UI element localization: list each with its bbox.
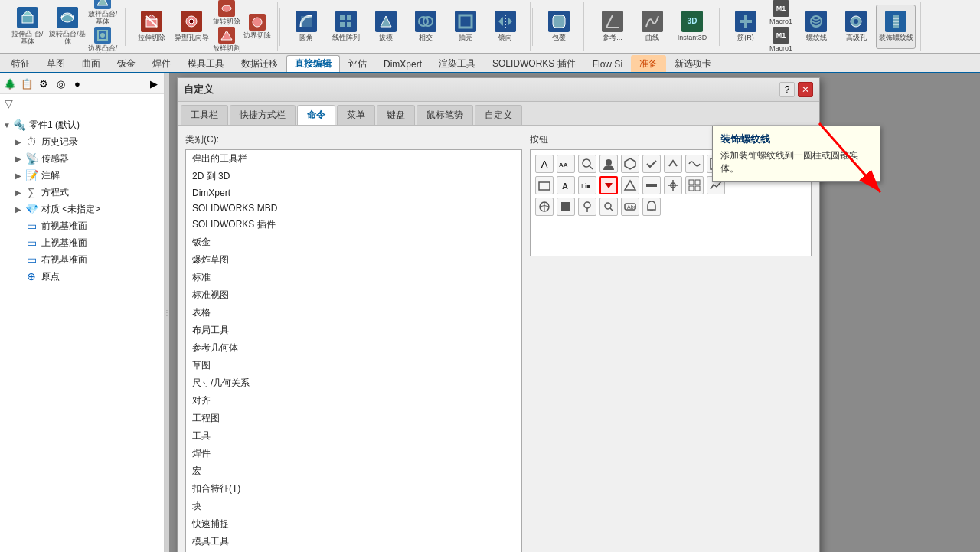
btn-triangle[interactable] xyxy=(621,176,639,194)
category-item-snap[interactable]: 扣合特征(T) xyxy=(186,480,521,498)
tab-evaluate[interactable]: 评估 xyxy=(340,55,375,72)
toolbar-btn-cosmetic-thread[interactable]: 装饰螺纹线 xyxy=(876,5,916,49)
toolbar-btn-pattern[interactable]: 线性阵列 xyxy=(326,5,366,49)
category-item-table[interactable]: 表格 xyxy=(186,304,521,322)
toolbar-btn-fillet[interactable]: 圆角 xyxy=(286,5,326,49)
toolbar-btn-wrap[interactable]: 包覆 xyxy=(539,5,579,49)
toolbar-btn-shell[interactable]: 抽壳 xyxy=(446,5,485,49)
dialog-tab-command[interactable]: 命令 xyxy=(297,105,335,125)
category-item-sheetmetal[interactable]: 钣金 xyxy=(186,234,521,251)
category-item-popup[interactable]: 弹出的工具栏 xyxy=(186,150,521,168)
btn-text-label[interactable]: Abc xyxy=(621,198,639,216)
tree-item-annotations[interactable]: ▶ 📝 注解 xyxy=(0,167,164,184)
tab-flow[interactable]: Flow Si xyxy=(584,55,631,72)
toolbar-btn-boundary-cut[interactable]: 边界切除 xyxy=(242,14,273,40)
sidebar-expand[interactable]: ▶ xyxy=(146,76,162,91)
tab-migration[interactable]: 数据迁移 xyxy=(233,55,286,72)
toolbar-btn-hole[interactable]: 异型孔向导 xyxy=(172,5,211,49)
category-list[interactable]: 弹出的工具栏 2D 到 3D DimXpert SOLIDWORKS MBD S… xyxy=(185,149,522,552)
dialog-help-button[interactable]: ? xyxy=(779,82,795,97)
toolbar-btn-draft[interactable]: 拔模 xyxy=(366,5,406,49)
tab-direct-edit[interactable]: 直接编辑 xyxy=(286,55,340,72)
category-item-quick-capture[interactable]: 快速捕捉 xyxy=(186,515,521,533)
category-item-mold-tools[interactable]: 模具工具 xyxy=(186,533,521,550)
tab-surface[interactable]: 曲面 xyxy=(74,55,109,72)
category-item-align[interactable]: 对齐 xyxy=(186,392,521,410)
tab-dimxpert[interactable]: DimXpert xyxy=(375,55,430,72)
btn-minus[interactable] xyxy=(642,176,661,194)
tab-new[interactable]: 新选项卡 xyxy=(666,55,720,72)
category-item-block[interactable]: 块 xyxy=(186,498,521,515)
tree-item-material[interactable]: ▶ 💎 材质 <未指定> xyxy=(0,201,164,217)
category-item-2d3d[interactable]: 2D 到 3D xyxy=(186,168,521,185)
category-item-mbd[interactable]: SOLIDWORKS MBD xyxy=(186,201,521,216)
btn-square[interactable] xyxy=(557,198,575,216)
tree-item-equation[interactable]: ▶ ∑ 方程式 xyxy=(0,184,164,201)
dialog-tab-shortcut[interactable]: 快捷方式栏 xyxy=(230,105,296,125)
category-item-standard-view[interactable]: 标准视图 xyxy=(186,286,521,304)
sidebar-icon-dim[interactable]: ◎ xyxy=(53,76,68,91)
toolbar-btn-loft-cut[interactable]: 放样切割 xyxy=(211,27,242,53)
btn-li[interactable]: Li■ xyxy=(578,176,596,194)
tree-item-origin[interactable]: ⊕ 原点 xyxy=(0,268,164,285)
tab-weldment[interactable]: 焊件 xyxy=(144,55,179,72)
tab-render[interactable]: 渲染工具 xyxy=(430,55,484,72)
category-item-standard[interactable]: 标准 xyxy=(186,269,521,286)
category-item-macro[interactable]: 宏 xyxy=(186,462,521,480)
category-item-ref-geom[interactable]: 参考几何体 xyxy=(186,339,521,357)
tab-sheetmetal[interactable]: 钣金 xyxy=(109,55,144,72)
toolbar-btn-intersect[interactable]: 相交 xyxy=(406,5,446,49)
toolbar-btn-thread[interactable]: 螺纹线 xyxy=(796,5,836,49)
tree-item-top-plane[interactable]: ▭ 上视基准面 xyxy=(0,234,164,251)
btn-text-aa[interactable]: AA xyxy=(557,155,575,173)
toolbar-btn-mirror[interactable]: 镜向 xyxy=(485,5,525,49)
tree-item-front-plane[interactable]: ▭ 前视基准面 xyxy=(0,217,164,234)
sidebar-icon-featuretree[interactable]: 🌲 xyxy=(2,76,18,91)
btn-bell[interactable] xyxy=(642,198,661,216)
tab-sw-plugins[interactable]: SOLIDWORKS 插件 xyxy=(484,55,584,72)
toolbar-btn-loft[interactable]: 放样凸台/基体 xyxy=(87,0,118,26)
category-item-tools[interactable]: 工具 xyxy=(186,427,521,445)
tree-item-history[interactable]: ▶ ⏱ 历史记录 xyxy=(0,133,164,150)
toolbar-btn-revolve-cut[interactable]: 旋转切除 xyxy=(211,0,242,26)
btn-center[interactable] xyxy=(664,176,682,194)
tree-item-sensor[interactable]: ▶ 📡 传感器 xyxy=(0,150,164,167)
dialog-close-button[interactable]: ✕ xyxy=(798,82,813,97)
btn-pin[interactable] xyxy=(578,198,596,216)
toolbar-btn-advanced-hole[interactable]: 高级孔 xyxy=(836,5,876,49)
tab-mold[interactable]: 模具工具 xyxy=(179,55,233,72)
category-item-dim[interactable]: 尺寸/几何关系 xyxy=(186,374,521,392)
toolbar-btn-boundary[interactable]: 边界凸台/基体 xyxy=(87,27,118,54)
toolbar-btn-extrude[interactable]: 拉伸凸 台/基体 xyxy=(8,5,47,49)
sidebar-icon-config[interactable]: ⚙ xyxy=(36,76,51,91)
toolbar-btn-reference[interactable]: 参考... xyxy=(593,5,632,49)
category-item-plugins[interactable]: SOLIDWORKS 插件 xyxy=(186,216,521,234)
btn-grid[interactable] xyxy=(685,176,704,194)
btn-text-b[interactable]: A xyxy=(557,176,575,194)
tree-item-right-plane[interactable]: ▭ 右视基准面 xyxy=(0,251,164,268)
btn-down-arrow-highlighted[interactable] xyxy=(599,176,618,194)
dialog-tab-mouse[interactable]: 鼠标笔势 xyxy=(416,105,473,125)
category-item-explode[interactable]: 爆炸草图 xyxy=(186,251,521,269)
btn-text-a[interactable]: A xyxy=(535,155,554,173)
category-item-dimxpert[interactable]: DimXpert xyxy=(186,185,521,201)
toolbar-btn-curve[interactable]: 曲线 xyxy=(632,5,672,49)
btn-rect[interactable] xyxy=(535,176,554,194)
btn-search[interactable] xyxy=(578,155,596,173)
btn-wave[interactable] xyxy=(685,155,704,173)
btn-arrow-up[interactable] xyxy=(664,155,682,173)
btn-search2[interactable] xyxy=(599,198,618,216)
toolbar-btn-rib[interactable]: 筋(R) xyxy=(726,5,766,49)
category-item-drawing[interactable]: 工程图 xyxy=(186,410,521,427)
category-item-weldment[interactable]: 焊件 xyxy=(186,445,521,462)
tab-sketch[interactable]: 草图 xyxy=(38,55,74,72)
category-item-layout[interactable]: 布局工具 xyxy=(186,322,521,339)
btn-check[interactable] xyxy=(642,155,661,173)
tab-features[interactable]: 特征 xyxy=(3,55,38,72)
dialog-tab-keyboard[interactable]: 键盘 xyxy=(377,105,415,125)
dialog-tab-menu[interactable]: 菜单 xyxy=(337,105,375,125)
btn-globe[interactable] xyxy=(535,198,554,216)
tab-prepare[interactable]: 准备 xyxy=(631,55,666,72)
toolbar-btn-revolve[interactable]: 旋转凸台/基体 xyxy=(47,5,87,49)
btn-hex[interactable] xyxy=(621,155,639,173)
